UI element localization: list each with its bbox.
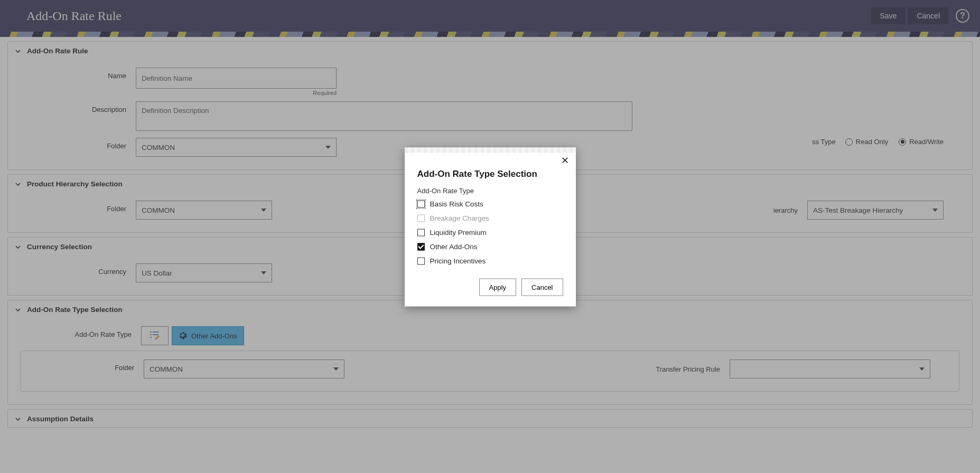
modal-checkbox-list: Basis Risk CostsBreakage ChargesLiquidit… — [405, 195, 576, 273]
rate-type-modal: ✕ Add-On Rate Type Selection Add-On Rate… — [405, 148, 576, 307]
checkbox-label: Breakage Charges — [430, 214, 490, 222]
modal-cancel-button[interactable]: Cancel — [521, 279, 563, 296]
modal-decorative-strip — [405, 148, 576, 153]
checkbox-option[interactable]: Pricing Incentives — [417, 254, 563, 268]
checkbox-icon — [417, 214, 425, 222]
modal-group-label: Add-On Rate Type — [405, 185, 576, 195]
checkbox-option[interactable]: Liquidity Premium — [417, 225, 563, 240]
checkbox-option: Breakage Charges — [417, 211, 563, 225]
checkbox-icon — [417, 257, 425, 264]
close-icon[interactable]: ✕ — [561, 156, 571, 166]
checkbox-icon — [417, 243, 425, 250]
checkbox-label: Liquidity Premium — [430, 229, 487, 236]
checkbox-label: Pricing Incentives — [430, 257, 486, 265]
checkbox-label: Basis Risk Costs — [430, 200, 483, 208]
checkbox-option[interactable]: Basis Risk Costs — [417, 197, 563, 211]
checkbox-label: Other Add-Ons — [430, 243, 478, 251]
modal-title: Add-On Rate Type Selection — [405, 166, 576, 185]
checkbox-icon — [417, 229, 425, 236]
checkbox-icon — [417, 200, 425, 207]
checkbox-option[interactable]: Other Add-Ons — [417, 240, 563, 254]
modal-apply-button[interactable]: Apply — [479, 279, 517, 296]
